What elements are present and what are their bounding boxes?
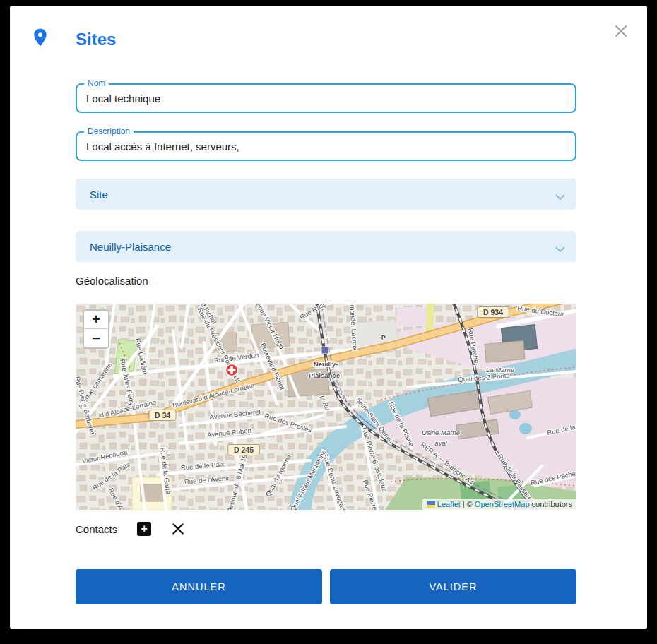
chevron-down-icon [555, 243, 565, 256]
svg-text:D 34: D 34 [155, 411, 170, 419]
station-icon [321, 347, 328, 354]
svg-text:D 934: D 934 [483, 308, 503, 316]
ukraine-flag-icon [427, 501, 435, 508]
zoom-in-button[interactable]: + [84, 311, 108, 329]
description-input[interactable] [77, 133, 575, 160]
street-label: La Marne [486, 366, 514, 374]
name-field-wrapper: Nom [76, 83, 576, 113]
cancel-button[interactable]: ANNULER [76, 569, 322, 604]
map-attribution: Leaflet | © OpenStreetMap contributors [422, 499, 576, 510]
chevron-down-icon [555, 191, 565, 203]
site-type-select-value: Site [90, 189, 108, 201]
page-background: Sites Nom Description Site Neuilly-Plais… [0, 0, 657, 644]
location-pin-icon [30, 27, 51, 48]
street-label: Neuilly- [314, 360, 338, 368]
hospital-marker-icon [226, 364, 238, 376]
leaflet-map[interactable]: Boulevard d'Alsace-Lorrained d'Alsace-Lo… [76, 304, 576, 510]
contacts-row: Contacts + [76, 520, 186, 538]
street-label: P [381, 333, 386, 341]
attribution-separator: | © [463, 500, 473, 508]
city-select[interactable]: Neuilly-Plaisance [76, 231, 576, 262]
map-canvas: Boulevard d'Alsace-Lorrained d'Alsace-Lo… [76, 304, 576, 510]
validate-button[interactable]: VALIDER [330, 569, 576, 604]
dialog-title: Sites [76, 30, 116, 49]
leaflet-link[interactable]: Leaflet [437, 500, 461, 508]
road-shield: D 34 [149, 410, 176, 421]
sites-dialog: Sites Nom Description Site Neuilly-Plais… [10, 6, 647, 629]
street-label: Plaisance [309, 371, 340, 379]
map-zoom-control: + − [83, 309, 110, 349]
street-label: aval [434, 439, 447, 447]
close-icon[interactable] [612, 23, 629, 40]
name-input[interactable] [77, 85, 575, 112]
svg-text:D 245: D 245 [234, 446, 254, 454]
road-shield: D 934 [478, 307, 509, 318]
road-shield: D 245 [228, 445, 260, 455]
zoom-out-button[interactable]: − [84, 329, 108, 347]
openstreetmap-link[interactable]: OpenStreetMap [475, 500, 530, 508]
geolocation-label: Géolocalisation [76, 275, 148, 287]
contacts-label: Contacts [76, 523, 117, 535]
city-select-value: Neuilly-Plaisance [90, 241, 171, 253]
street-label: Usine Marne [422, 429, 460, 436]
attribution-suffix: contributors [532, 500, 572, 508]
dialog-actions: ANNULER VALIDER [76, 569, 576, 604]
remove-contact-icon[interactable] [170, 521, 186, 537]
add-contact-button[interactable]: + [137, 522, 151, 536]
site-type-select[interactable]: Site [76, 179, 576, 210]
description-field-wrapper: Description [76, 131, 576, 161]
